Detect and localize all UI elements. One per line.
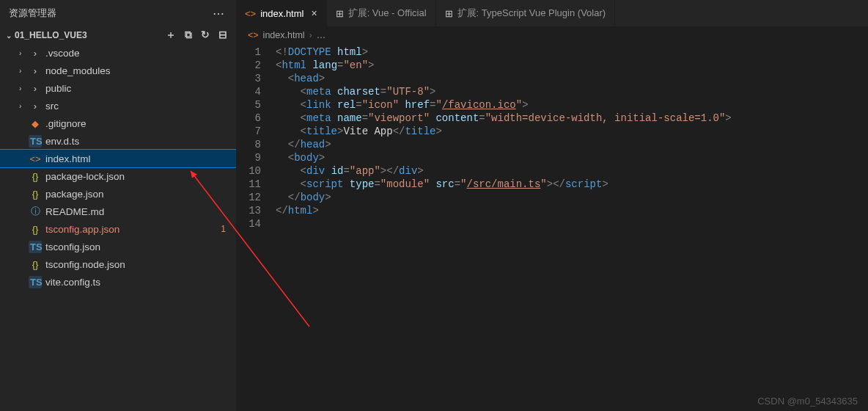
tree-item-label: package-lock.json bbox=[45, 171, 125, 182]
chevron-right-icon: › bbox=[19, 49, 26, 57]
tree-file[interactable]: ◆.gitignore bbox=[0, 114, 236, 132]
chevron-right-icon: › bbox=[19, 102, 26, 110]
ts-icon: TS bbox=[29, 241, 42, 253]
json-icon: {} bbox=[29, 259, 42, 270]
code-line[interactable]: <title>Vite App</title> bbox=[276, 125, 868, 138]
json-icon: {} bbox=[29, 224, 42, 235]
tree-file[interactable]: TStsconfig.json bbox=[0, 238, 236, 255]
problems-badge: 1 bbox=[221, 224, 230, 234]
json-icon: {} bbox=[29, 189, 42, 200]
tree-item-label: tsconfig.app.json bbox=[45, 224, 119, 235]
tree-file[interactable]: {}tsconfig.node.json bbox=[0, 255, 236, 273]
tab-label: index.html bbox=[260, 8, 304, 19]
app-root: 资源管理器 ⋯ ⌄ 01_HELLO_VUE3 ＋ ⧉ ↻ ⊟ ››.vscod… bbox=[0, 0, 868, 411]
code-line[interactable]: <!DOCTYPE html> bbox=[276, 46, 868, 59]
chevron-right-icon: › bbox=[19, 67, 26, 75]
watermark: CSDN @m0_54343635 bbox=[757, 396, 858, 407]
tree-item-label: .gitignore bbox=[45, 118, 87, 129]
file-tree: ››.vscode››node_modules››public››src◆.gi… bbox=[0, 44, 236, 411]
ts-icon: TS bbox=[29, 135, 42, 148]
breadcrumb-separator: › bbox=[309, 30, 312, 40]
tab-bar: <>index.html×⊞扩展: Vue - Official⊞扩展: Typ… bbox=[236, 0, 868, 26]
tree-file[interactable]: ⓘREADME.md bbox=[0, 203, 236, 220]
html-icon: <> bbox=[248, 30, 259, 40]
code-line[interactable]: <link rel="icon" href="/favicon.ico"> bbox=[276, 98, 868, 112]
tree-folder[interactable]: ››public bbox=[0, 79, 236, 97]
tab-icon: ⊞ bbox=[445, 8, 453, 19]
editor-tab[interactable]: ⊞扩展: Vue - Official bbox=[327, 0, 436, 26]
code-line[interactable]: <meta charset="UTF-8"> bbox=[276, 85, 868, 98]
tree-file[interactable]: TSenv.d.ts bbox=[0, 132, 236, 150]
new-file-icon[interactable]: ＋ bbox=[166, 29, 176, 42]
sidebar-title: 资源管理器 bbox=[9, 7, 56, 20]
code-line[interactable]: <div id="app"></div> bbox=[276, 164, 868, 178]
tab-label: 扩展: Vue - Official bbox=[348, 7, 427, 20]
explorer-sidebar: 资源管理器 ⋯ ⌄ 01_HELLO_VUE3 ＋ ⧉ ↻ ⊟ ››.vscod… bbox=[0, 0, 236, 411]
folder-icon: › bbox=[29, 83, 42, 94]
chevron-down-icon: ⌄ bbox=[6, 32, 12, 40]
breadcrumb-file: index.html bbox=[263, 30, 305, 40]
tree-item-label: README.md bbox=[45, 206, 104, 217]
code-line[interactable]: </html> bbox=[276, 204, 868, 217]
more-actions-icon[interactable]: ⋯ bbox=[210, 7, 227, 21]
folder-icon: › bbox=[29, 65, 42, 76]
new-folder-icon[interactable]: ⧉ bbox=[185, 29, 192, 42]
tree-file[interactable]: {}package.json bbox=[0, 185, 236, 203]
tree-folder[interactable]: ››node_modules bbox=[0, 62, 236, 79]
info-icon: ⓘ bbox=[29, 205, 42, 218]
tree-item-label: node_modules bbox=[45, 65, 111, 76]
folder-icon: › bbox=[29, 48, 42, 59]
code-line[interactable]: <body> bbox=[276, 151, 868, 164]
editor-tab[interactable]: ⊞扩展: TypeScript Vue Plugin (Volar) bbox=[436, 0, 616, 26]
project-header[interactable]: ⌄ 01_HELLO_VUE3 ＋ ⧉ ↻ ⊟ bbox=[0, 26, 236, 44]
tree-item-label: package.json bbox=[45, 189, 104, 200]
sidebar-header: 资源管理器 ⋯ bbox=[0, 0, 236, 26]
folder-actions: ＋ ⧉ ↻ ⊟ bbox=[166, 29, 230, 42]
tree-item-label: .vscode bbox=[45, 48, 80, 59]
tree-folder[interactable]: ››.vscode bbox=[0, 44, 236, 62]
json-icon: {} bbox=[29, 171, 42, 182]
code-line[interactable]: </body> bbox=[276, 191, 868, 204]
ts-icon: TS bbox=[29, 276, 42, 288]
code-editor[interactable]: 1234567891011121314 <!DOCTYPE html><html… bbox=[236, 44, 868, 411]
tree-file[interactable]: TSvite.config.ts bbox=[0, 273, 236, 291]
breadcrumb-rest: … bbox=[317, 30, 326, 40]
tab-icon: <> bbox=[245, 8, 256, 19]
tree-folder[interactable]: ››src bbox=[0, 97, 236, 114]
tree-file[interactable]: <>index.html bbox=[0, 150, 236, 167]
tree-item-label: public bbox=[45, 83, 71, 94]
tree-file[interactable]: {}package-lock.json bbox=[0, 167, 236, 185]
git-icon: ◆ bbox=[29, 118, 42, 129]
tree-item-label: tsconfig.node.json bbox=[45, 259, 125, 270]
line-gutter: 1234567891011121314 bbox=[236, 46, 276, 411]
code-line[interactable]: </head> bbox=[276, 138, 868, 151]
editor-tab[interactable]: <>index.html× bbox=[236, 0, 327, 26]
folder-icon: › bbox=[29, 101, 42, 112]
refresh-icon[interactable]: ↻ bbox=[201, 29, 210, 42]
code-line[interactable]: <meta name="viewport" content="width=dev… bbox=[276, 112, 868, 125]
code-line[interactable]: <script type="module" src="/src/main.ts"… bbox=[276, 178, 868, 191]
code-line[interactable]: <html lang="en"> bbox=[276, 59, 868, 72]
chevron-right-icon: › bbox=[19, 84, 26, 92]
tab-icon: ⊞ bbox=[336, 8, 344, 19]
tree-item-label: src bbox=[45, 101, 59, 112]
editor-area: <>index.html×⊞扩展: Vue - Official⊞扩展: Typ… bbox=[236, 0, 868, 411]
breadcrumb[interactable]: <> index.html › … bbox=[236, 26, 868, 44]
html-icon: <> bbox=[29, 153, 42, 164]
code-line[interactable] bbox=[276, 217, 868, 230]
project-name: 01_HELLO_VUE3 bbox=[15, 30, 87, 40]
tree-item-label: env.d.ts bbox=[45, 136, 79, 147]
code-line[interactable]: <head> bbox=[276, 72, 868, 85]
tree-item-label: index.html bbox=[45, 153, 91, 164]
tree-item-label: vite.config.ts bbox=[45, 277, 100, 288]
tree-file[interactable]: {}tsconfig.app.json1 bbox=[0, 220, 236, 238]
tab-label: 扩展: TypeScript Vue Plugin (Volar) bbox=[457, 7, 606, 20]
tree-item-label: tsconfig.json bbox=[45, 241, 100, 252]
close-icon[interactable]: × bbox=[311, 7, 317, 19]
collapse-icon[interactable]: ⊟ bbox=[218, 29, 227, 42]
code-content[interactable]: <!DOCTYPE html><html lang="en"> <head> <… bbox=[276, 46, 868, 411]
